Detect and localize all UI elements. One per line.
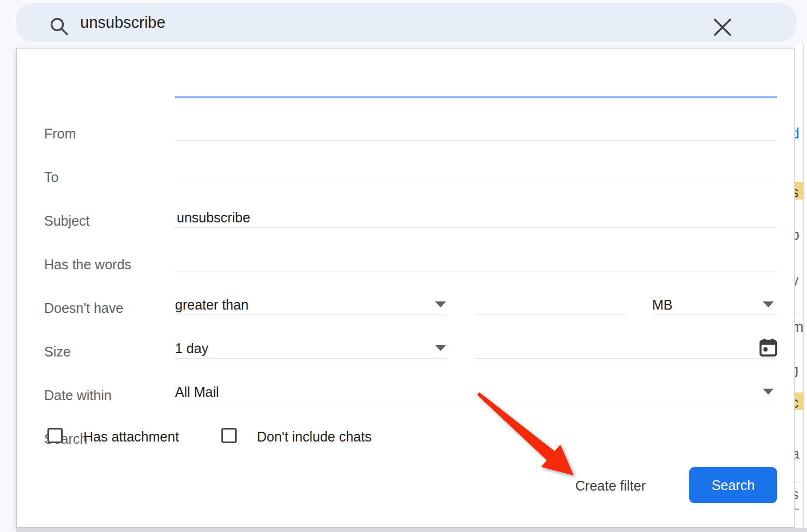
has-words-underline: [175, 227, 777, 228]
create-filter-button[interactable]: Create filter: [575, 478, 646, 494]
search-scope-underline: [175, 402, 777, 402]
background-text-fragment: J: [795, 364, 799, 381]
size-comparator-chevron-down-icon[interactable]: [435, 301, 446, 307]
date-range-select[interactable]: 1 day: [175, 341, 208, 356]
search-input[interactable]: unsubscribe: [80, 3, 165, 41]
background-row-separator: [795, 482, 803, 483]
background-bottom-edge: [16, 528, 807, 532]
search-button[interactable]: Search: [689, 467, 777, 503]
close-icon[interactable]: [712, 17, 733, 40]
background-text-fragment: o: [795, 227, 799, 244]
dont-include-chats-checkbox[interactable]: [221, 428, 237, 443]
search-scope-select[interactable]: All Mail: [175, 384, 219, 400]
background-text-fragment: s: [795, 486, 799, 503]
background-text-fragment: m: [795, 319, 804, 336]
size-unit-underline: [652, 315, 777, 315]
background-divider: [803, 44, 804, 528]
from-underline: [175, 96, 777, 98]
to-underline: [175, 140, 777, 141]
background-text-fragment: ~: [795, 501, 800, 518]
background-text-fragment: d: [795, 125, 799, 142]
subject-underline: [175, 184, 777, 184]
to-label: To: [44, 170, 58, 185]
date-within-label: Date within: [44, 388, 112, 403]
size-unit-chevron-down-icon[interactable]: [763, 301, 774, 307]
has-words-label: Has the words: [44, 257, 131, 273]
background-text-fragment: s: [795, 184, 799, 201]
size-comparator-underline: [175, 315, 448, 315]
background-text-fragment: a: [795, 446, 799, 463]
size-unit-select[interactable]: MB: [652, 297, 673, 313]
has-attachment-label: Has attachment: [83, 429, 179, 445]
size-label: Size: [44, 344, 71, 360]
size-amount-underline: [475, 315, 627, 315]
date-underline: [475, 358, 777, 359]
advanced-search-panel: From To Subject Has the words unsubscrib…: [16, 48, 794, 528]
calendar-icon[interactable]: [758, 337, 778, 360]
doesnt-have-label: Doesn't have: [44, 300, 123, 316]
date-range-underline: [175, 358, 448, 359]
doesnt-have-underline: [175, 271, 777, 271]
background-text-fragment: c: [795, 395, 799, 412]
background-row-separator: [795, 313, 803, 314]
search-icon: [49, 16, 70, 39]
background-text-fragment: v: [795, 273, 799, 289]
subject-label: Subject: [44, 213, 89, 229]
has-words-input[interactable]: unsubscribe: [177, 210, 250, 226]
from-label: From: [44, 126, 76, 142]
background-inbox-sliver: dsovmJcas~: [795, 44, 807, 528]
size-comparator-select[interactable]: greater than: [175, 297, 249, 313]
dont-include-chats-label: Don't include chats: [257, 429, 371, 445]
search-scope-chevron-down-icon[interactable]: [763, 389, 774, 395]
has-attachment-checkbox[interactable]: [47, 428, 63, 443]
gmail-search-bar[interactable]: unsubscribe: [16, 3, 796, 41]
date-range-chevron-down-icon[interactable]: [435, 345, 446, 351]
